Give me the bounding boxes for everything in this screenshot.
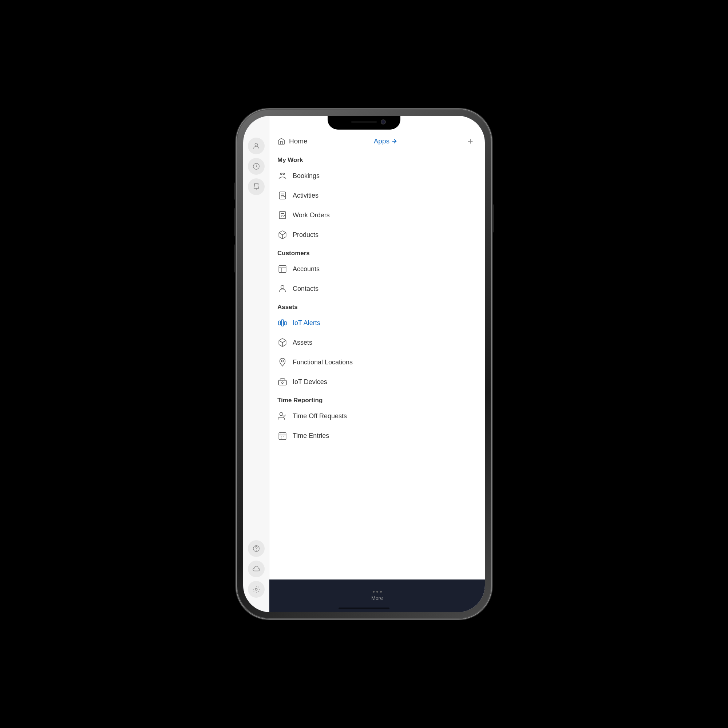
products-icon	[277, 230, 288, 240]
svg-point-5	[255, 588, 257, 590]
activities-icon	[277, 190, 288, 200]
nav-item-time-off-requests[interactable]: Time Off Requests	[269, 406, 485, 426]
phone-screen: Home Apps My Work Booking	[243, 116, 485, 612]
nav-item-label-time-entries: Time Entries	[293, 432, 329, 440]
svg-rect-24	[281, 320, 283, 326]
power-button	[491, 204, 494, 233]
sidebar-bottom	[248, 540, 265, 612]
main-panel: Home Apps My Work Booking	[269, 116, 485, 612]
nav-item-iot-alerts[interactable]: IoT Alerts	[269, 313, 485, 333]
nav-item-label-products: Products	[293, 231, 318, 239]
svg-rect-30	[278, 380, 286, 385]
svg-point-0	[255, 144, 257, 146]
more-label: More	[371, 595, 383, 601]
nav-item-contacts[interactable]: Contacts	[269, 279, 485, 298]
home-row: Home	[277, 137, 307, 145]
home-indicator	[338, 607, 390, 609]
time-off-icon	[277, 411, 288, 421]
sidebar-icon-pinned[interactable]	[248, 178, 265, 195]
nav-item-time-entries[interactable]: Time Entries	[269, 426, 485, 445]
nav-item-label-functional-locations: Functional Locations	[293, 359, 353, 366]
phone-wrapper: Home Apps My Work Booking	[237, 109, 491, 619]
home-icon	[277, 137, 285, 145]
nav-item-label-time-off-requests: Time Off Requests	[293, 412, 347, 420]
sidebar-icon-history[interactable]	[248, 158, 265, 175]
sidebar-icon-settings[interactable]	[248, 581, 265, 598]
sidebar-icon-cloud[interactable]	[248, 561, 265, 577]
sidebar-icon-help[interactable]	[248, 540, 265, 557]
svg-point-29	[281, 360, 283, 362]
sidebar	[243, 116, 269, 612]
svg-point-31	[282, 382, 283, 383]
camera	[381, 119, 386, 124]
svg-rect-25	[284, 322, 286, 325]
svg-point-33	[280, 412, 283, 416]
nav-item-functional-locations[interactable]: Functional Locations	[269, 352, 485, 372]
nav-item-label-accounts: Accounts	[293, 265, 320, 273]
more-dots: More	[371, 591, 383, 601]
nav-item-label-assets: Assets	[293, 339, 312, 347]
contacts-icon	[277, 284, 288, 294]
notch	[327, 116, 401, 130]
plus-button[interactable]	[464, 135, 477, 148]
iot-devices-icon	[277, 377, 288, 387]
apps-label: Apps	[374, 137, 390, 145]
sidebar-icon-profile[interactable]	[248, 138, 265, 154]
speaker	[351, 121, 377, 123]
nav-item-label-work-orders: Work Orders	[293, 211, 330, 219]
svg-point-10	[283, 173, 284, 174]
nav-item-accounts[interactable]: Accounts	[269, 259, 485, 279]
bookings-icon	[277, 171, 288, 181]
screen-content: Home Apps My Work Booking	[243, 116, 485, 612]
svg-point-4	[256, 550, 256, 551]
nav-item-products[interactable]: Products	[269, 225, 485, 245]
section-header-customers: Customers	[269, 245, 485, 259]
nav-item-label-bookings: Bookings	[293, 172, 320, 180]
section-header-assets: Assets	[269, 298, 485, 313]
svg-point-9	[281, 173, 282, 174]
section-header-time-reporting: Time Reporting	[269, 392, 485, 406]
time-entries-icon	[277, 431, 288, 441]
svg-point-22	[281, 285, 284, 289]
home-label: Home	[289, 137, 307, 145]
nav-item-bookings[interactable]: Bookings	[269, 166, 485, 186]
work-orders-icon	[277, 210, 288, 220]
nav-item-label-contacts: Contacts	[293, 285, 318, 293]
iot-alerts-icon	[277, 318, 288, 328]
svg-rect-34	[279, 433, 286, 440]
nav-item-label-iot-devices: IoT Devices	[293, 378, 327, 386]
nav-item-label-activities: Activities	[293, 192, 318, 199]
nav-item-work-orders[interactable]: Work Orders	[269, 205, 485, 225]
nav-item-assets[interactable]: Assets	[269, 333, 485, 352]
nav-item-activities[interactable]: Activities	[269, 186, 485, 205]
accounts-icon	[277, 264, 288, 274]
apps-link[interactable]: Apps	[374, 137, 398, 145]
nav-item-iot-devices[interactable]: IoT Devices	[269, 372, 485, 392]
section-header-my-work: My Work	[269, 151, 485, 166]
nav-item-label-iot-alerts: IoT Alerts	[293, 319, 320, 327]
functional-locations-icon	[277, 357, 288, 367]
svg-rect-19	[279, 265, 286, 273]
assets-icon	[277, 337, 288, 348]
